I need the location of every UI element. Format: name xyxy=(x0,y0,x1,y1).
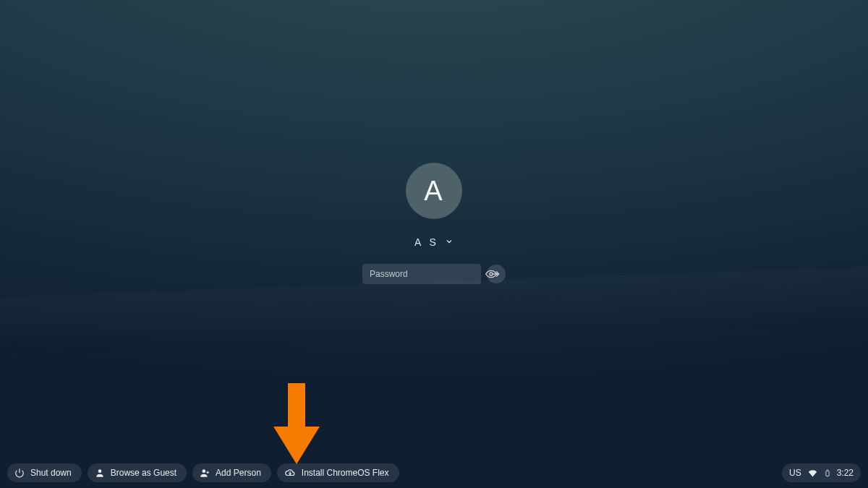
person-add-icon xyxy=(200,468,210,478)
wifi-icon xyxy=(807,468,818,479)
user-switcher[interactable]: A S xyxy=(414,236,454,248)
install-chromeos-flex-button[interactable]: Install ChromeOS Flex xyxy=(277,463,399,482)
svg-point-3 xyxy=(98,469,101,473)
keyboard-layout-indicator: US xyxy=(789,468,801,478)
add-person-button[interactable]: Add Person xyxy=(192,463,271,482)
svg-point-4 xyxy=(203,469,206,473)
status-tray[interactable]: US 3:22 xyxy=(782,463,861,482)
browse-as-guest-button[interactable]: Browse as Guest xyxy=(88,463,187,482)
browse-as-guest-label: Browse as Guest xyxy=(111,468,176,478)
shutdown-label: Shut down xyxy=(30,468,72,478)
username-label: A S xyxy=(414,236,439,248)
svg-rect-6 xyxy=(826,471,829,476)
clock: 3:22 xyxy=(837,468,854,478)
shutdown-button[interactable]: Shut down xyxy=(7,463,82,482)
cloud-download-icon xyxy=(284,468,296,478)
show-password-button[interactable] xyxy=(485,264,497,284)
eye-icon xyxy=(485,268,497,280)
password-input[interactable] xyxy=(362,264,485,284)
user-avatar[interactable]: A xyxy=(406,163,462,219)
password-field-wrapper xyxy=(362,264,481,284)
power-icon xyxy=(14,468,25,478)
annotation-arrow-icon xyxy=(273,383,320,464)
install-chromeos-flex-label: Install ChromeOS Flex xyxy=(302,468,389,478)
add-person-label: Add Person xyxy=(216,468,261,478)
chevron-down-icon xyxy=(445,236,454,248)
battery-icon xyxy=(824,468,831,479)
person-icon xyxy=(95,468,105,478)
svg-point-0 xyxy=(490,273,493,275)
